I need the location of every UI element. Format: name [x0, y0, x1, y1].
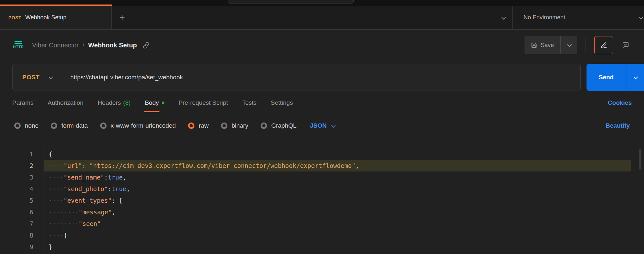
request-tab-webhook-setup[interactable]: POST Webhook Setup: [0, 6, 112, 29]
line-number: 9: [0, 241, 44, 253]
line-number: 2: [0, 160, 44, 171]
code-line-5[interactable]: 5····"event_types": [: [0, 195, 644, 206]
code-content: {: [44, 148, 631, 160]
tab-count-badge: (8): [123, 99, 130, 106]
chevron-down-icon: [49, 74, 52, 80]
code-line-9[interactable]: 9}: [0, 241, 644, 253]
gutter-divider: [44, 146, 44, 253]
code-line-7[interactable]: 7········"seen": [0, 218, 644, 230]
save-icon: [531, 42, 537, 48]
code-content: ····"event_types": [: [44, 195, 631, 206]
radio-label: none: [25, 122, 38, 129]
tab-settings[interactable]: Settings: [271, 91, 293, 115]
window-top-strip: [0, 0, 644, 6]
code-line-3[interactable]: 3····"send_name":true,: [0, 171, 644, 183]
radio-binary[interactable]: binary: [221, 122, 248, 129]
url-input[interactable]: https://chatapi.viber.com/pa/set_webhook: [62, 74, 580, 81]
tab-headers[interactable]: Headers(8): [98, 91, 130, 115]
radio-circle-icon: [221, 122, 227, 129]
tab-params[interactable]: Params: [12, 91, 33, 115]
active-tab-accent-line: [0, 5, 112, 6]
code-line-1[interactable]: 1{: [0, 148, 644, 160]
documentation-button[interactable]: [594, 36, 613, 54]
code-line-4[interactable]: 4····"send_photo":true,: [0, 183, 644, 195]
tab-title: Webhook Setup: [25, 14, 67, 21]
request-url-row: POST https://chatapi.viber.com/pa/set_we…: [0, 64, 644, 91]
tab-tests[interactable]: Tests: [242, 91, 256, 115]
tab-label: Body: [145, 99, 159, 106]
radio-none[interactable]: none: [14, 122, 38, 129]
beautify-link[interactable]: Beautify: [606, 122, 630, 129]
chevron-down-icon: [639, 15, 642, 21]
copy-link-icon[interactable]: [143, 42, 150, 49]
body-type-row: noneform-datax-www-form-urlencodedrawbin…: [0, 115, 644, 137]
send-button-group: Send: [587, 64, 644, 91]
radio-raw[interactable]: raw: [188, 122, 209, 129]
tab-label: Params: [12, 99, 33, 106]
method-selector[interactable]: POST: [13, 74, 62, 81]
environment-selector[interactable]: No Environment: [512, 6, 644, 29]
editor-scrollbar[interactable]: [639, 149, 641, 170]
code-content: ········"message",: [44, 206, 631, 218]
url-box: POST https://chatapi.viber.com/pa/set_we…: [12, 64, 581, 91]
request-header-actions: Save: [525, 36, 635, 54]
code-content: ····"send_name":true,: [44, 171, 631, 183]
request-header-row: HTTP Viber Connector / Webhook Setup Sav…: [0, 30, 644, 61]
radio-label: x-www-form-urlencoded: [111, 122, 176, 129]
comments-button[interactable]: [616, 36, 635, 54]
tab-label: Authorization: [47, 99, 83, 106]
code-line-2[interactable]: 2····"url": "https://cim-dev3.expertflow…: [0, 160, 644, 171]
code-line-8[interactable]: 8····]: [0, 230, 644, 241]
line-number: 6: [0, 206, 44, 218]
body-language-label: JSON: [310, 122, 327, 129]
breadcrumb-separator: /: [83, 42, 85, 49]
code-content: ····"send_photo":true,: [44, 183, 631, 195]
radio-form-data[interactable]: form-data: [51, 122, 88, 129]
save-button-label: Save: [541, 42, 554, 49]
divider: [586, 38, 586, 52]
line-number: 1: [0, 148, 44, 160]
save-button-group: Save: [525, 36, 577, 54]
breadcrumb-request-name[interactable]: Webhook Setup: [88, 42, 137, 49]
http-icon-lines: [15, 41, 22, 44]
radio-x-www-form-urlencoded[interactable]: x-www-form-urlencoded: [100, 122, 176, 129]
code-content: ········"seen": [44, 218, 631, 230]
radio-label: GraphQL: [271, 122, 296, 129]
global-search-bar[interactable]: [228, 0, 354, 4]
tab-pre-request-script[interactable]: Pre-request Script: [179, 91, 228, 115]
save-button[interactable]: Save: [525, 36, 560, 54]
send-button[interactable]: Send: [587, 64, 626, 91]
http-request-icon: HTTP: [13, 41, 24, 49]
chevron-down-icon: [331, 123, 336, 128]
editor-lines: 1{2····"url": "https://cim-dev3.expertfl…: [0, 146, 644, 253]
radio-circle-icon: [261, 122, 267, 129]
new-tab-button[interactable]: +: [112, 6, 132, 29]
body-editor[interactable]: 1{2····"url": "https://cim-dev3.expertfl…: [0, 146, 644, 253]
tab-method-badge: POST: [8, 15, 21, 20]
save-options-button[interactable]: [560, 36, 577, 54]
line-number: 8: [0, 230, 44, 241]
chevron-down-icon: [633, 75, 638, 79]
tab-list-chevron-button[interactable]: [494, 6, 512, 29]
body-type-radio-list: noneform-datax-www-form-urlencodedrawbin…: [14, 122, 296, 129]
tab-body[interactable]: Body: [145, 91, 164, 115]
code-line-6[interactable]: 6········"message",: [0, 206, 644, 218]
radio-graphql[interactable]: GraphQL: [261, 122, 296, 129]
radio-circle-icon: [100, 122, 107, 129]
chevron-down-icon: [567, 43, 572, 47]
body-language-select[interactable]: JSON: [310, 122, 335, 129]
radio-label: raw: [199, 122, 209, 129]
send-options-button[interactable]: [626, 64, 644, 91]
line-number: 5: [0, 195, 44, 206]
line-number: 3: [0, 171, 44, 183]
code-content: }: [44, 241, 631, 253]
tab-label: Headers: [98, 99, 121, 106]
cookies-link[interactable]: Cookies: [608, 99, 632, 106]
tab-authorization[interactable]: Authorization: [47, 91, 83, 115]
request-tabs-list: ParamsAuthorizationHeaders(8)BodyPre-req…: [12, 91, 293, 115]
comment-icon: [622, 42, 629, 49]
tab-bar: POST Webhook Setup + No Environment: [0, 6, 644, 30]
line-number: 7: [0, 218, 44, 230]
breadcrumb-collection[interactable]: Viber Connector: [32, 42, 78, 49]
radio-circle-icon: [188, 122, 194, 129]
